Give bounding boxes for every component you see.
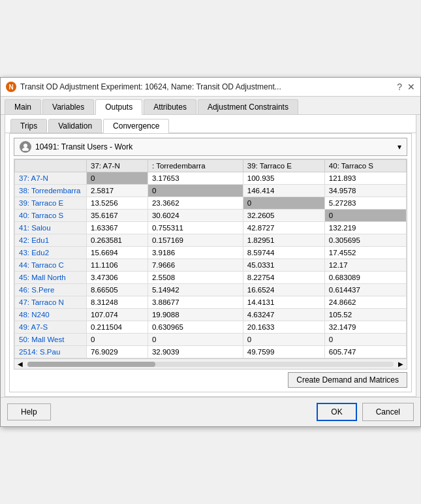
- cancel-button[interactable]: Cancel: [362, 403, 414, 421]
- row-label-cell: 47: Tarraco N: [15, 296, 87, 309]
- data-cell: 0: [324, 210, 406, 222]
- horizontal-scrollbar[interactable]: ◀ ▶: [14, 358, 407, 369]
- user-group-dropdown[interactable]: 10491: Transit Users - Work ▾: [14, 138, 407, 156]
- footer: Help OK Cancel: [1, 397, 420, 426]
- sub-tab-convergence[interactable]: Convergence: [103, 119, 169, 133]
- data-cell: 3.17653: [148, 172, 243, 185]
- help-button[interactable]: Help: [7, 403, 51, 420]
- data-cell: 0.755311: [148, 222, 243, 234]
- data-cell: 1.63367: [87, 222, 148, 234]
- table-row: 50: Mall West0000: [15, 334, 407, 346]
- data-cell: 11.1106: [87, 259, 148, 272]
- table-row: 2514: S.Pau76.902932.903949.7599605.747: [15, 346, 407, 358]
- table-row: 45: Mall North3.473062.55088.227540.6830…: [15, 272, 407, 284]
- data-cell: 30.6024: [148, 210, 243, 222]
- data-cell: 146.414: [243, 185, 324, 197]
- col-header-3: 39: Tarraco E: [243, 160, 324, 172]
- svg-point-0: [23, 144, 27, 148]
- data-cell: 19.9088: [148, 309, 243, 321]
- data-cell: 0: [87, 172, 148, 185]
- data-cell: 1.82951: [243, 234, 324, 247]
- data-cell: 49.7599: [243, 346, 324, 358]
- data-cell: 12.17: [324, 259, 406, 272]
- ok-button[interactable]: OK: [317, 403, 356, 421]
- table-body: 37: A7-N03.17653100.935121.89338: Torred…: [15, 172, 407, 358]
- data-cell: 42.8727: [243, 222, 324, 234]
- scroll-thumb[interactable]: [27, 362, 155, 367]
- main-tabs: Main Variables Outputs Attributes Adjust…: [1, 97, 420, 115]
- data-cell: 0: [243, 197, 324, 210]
- data-cell: 16.6524: [243, 284, 324, 296]
- table-row: 43: Edu215.66943.91868.5974417.4552: [15, 247, 407, 259]
- data-cell: 23.3662: [148, 197, 243, 210]
- tab-main[interactable]: Main: [5, 99, 41, 114]
- action-row: Create Demand and Matrices: [14, 370, 407, 388]
- scroll-right-icon[interactable]: ▶: [396, 360, 405, 368]
- data-cell: 35.6167: [87, 210, 148, 222]
- table-row: 40: Tarraco S35.616730.602432.26050: [15, 210, 407, 222]
- user-group-label: 10491: Transit Users - Work: [35, 142, 133, 151]
- data-cell: 100.935: [243, 172, 324, 185]
- help-icon[interactable]: ?: [397, 82, 402, 92]
- table-row: 38: Torredembarra2.58170146.41434.9578: [15, 185, 407, 197]
- data-cell: 2.5817: [87, 185, 148, 197]
- row-label-cell: 40: Tarraco S: [15, 210, 87, 222]
- data-cell: 32.1479: [324, 321, 406, 334]
- create-demand-button[interactable]: Create Demand and Matrices: [288, 372, 407, 388]
- col-header-1: 37: A7-N: [87, 160, 148, 172]
- data-cell: 8.66505: [87, 284, 148, 296]
- data-cell: 15.6694: [87, 247, 148, 259]
- title-bar-controls: ? ✕: [397, 82, 415, 92]
- od-matrix-table: 37: A7-N : Torredembarra 39: Tarraco E 4…: [14, 159, 407, 358]
- data-cell: 0: [148, 334, 243, 346]
- scroll-track[interactable]: [27, 362, 394, 367]
- data-cell: 8.22754: [243, 272, 324, 284]
- row-label-cell: 46: S.Pere: [15, 284, 87, 296]
- data-cell: 14.4131: [243, 296, 324, 309]
- sub-tabs: Trips Validation Convergence: [5, 115, 416, 133]
- data-cell: 32.2605: [243, 210, 324, 222]
- svg-point-1: [22, 148, 29, 151]
- user-group-icon: [20, 141, 31, 153]
- data-cell: 0.630965: [148, 321, 243, 334]
- data-cell: 34.9578: [324, 185, 406, 197]
- row-label-cell: 49: A7-S: [15, 321, 87, 334]
- data-cell: 132.219: [324, 222, 406, 234]
- data-cell: 3.88677: [148, 296, 243, 309]
- data-cell: 20.1633: [243, 321, 324, 334]
- data-cell: 0.157169: [148, 234, 243, 247]
- tab-outputs[interactable]: Outputs: [95, 99, 142, 115]
- sub-tab-validation[interactable]: Validation: [48, 119, 102, 133]
- data-cell: 0.305695: [324, 234, 406, 247]
- data-cell: 0.211504: [87, 321, 148, 334]
- data-cell: 0.614437: [324, 284, 406, 296]
- main-window: N Transit OD Adjustment Experiment: 1062…: [0, 77, 421, 427]
- scroll-left-icon[interactable]: ◀: [16, 360, 25, 368]
- table-row: 42: Edu10.2635810.1571691.829510.305695: [15, 234, 407, 247]
- data-cell: 32.9039: [148, 346, 243, 358]
- data-cell: 0: [243, 334, 324, 346]
- tab-adjustment-constraints[interactable]: Adjustment Constraints: [198, 99, 298, 114]
- data-cell: 8.59744: [243, 247, 324, 259]
- row-label-cell: 42: Edu1: [15, 234, 87, 247]
- dropdown-chevron-icon: ▾: [398, 142, 401, 151]
- data-cell: 8.31248: [87, 296, 148, 309]
- close-icon[interactable]: ✕: [407, 82, 415, 92]
- data-cell: 0: [87, 334, 148, 346]
- col-header-0: [15, 160, 87, 172]
- tab-variables[interactable]: Variables: [42, 99, 94, 114]
- data-cell: 605.747: [324, 346, 406, 358]
- sub-tab-trips[interactable]: Trips: [10, 119, 47, 133]
- tab-attributes[interactable]: Attributes: [144, 99, 196, 114]
- col-header-4: 40: Tarraco S: [324, 160, 406, 172]
- table-scroll-area[interactable]: 37: A7-N : Torredembarra 39: Tarraco E 4…: [14, 159, 407, 358]
- table-row: 48: N240107.07419.90884.63247105.52: [15, 309, 407, 321]
- app-icon: N: [6, 82, 16, 92]
- row-label-cell: 50: Mall West: [15, 334, 87, 346]
- row-label-cell: 38: Torredembarra: [15, 185, 87, 197]
- table-row: 37: A7-N03.17653100.935121.893: [15, 172, 407, 185]
- row-label-cell: 41: Salou: [15, 222, 87, 234]
- table-header-row: 37: A7-N : Torredembarra 39: Tarraco E 4…: [15, 160, 407, 172]
- data-cell: 45.0331: [243, 259, 324, 272]
- col-header-2: : Torredembarra: [148, 160, 243, 172]
